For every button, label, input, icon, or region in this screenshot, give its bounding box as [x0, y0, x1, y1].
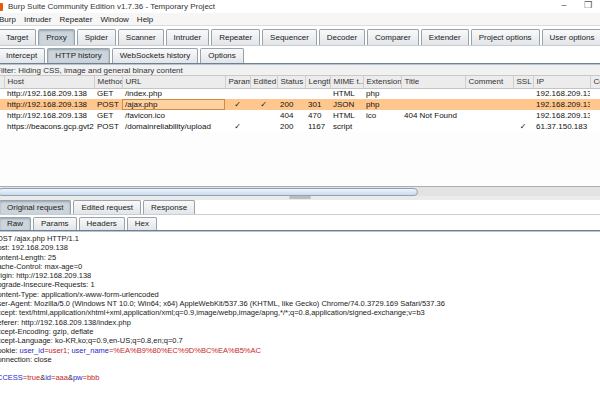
tab-hex[interactable]: Hex: [127, 217, 157, 230]
mime-cell: JSON: [330, 99, 363, 110]
request-line: POST /ajax.php HTTP/1.1: [0, 234, 600, 243]
ssl-check-cell: [513, 110, 533, 121]
tab-repeater[interactable]: Repeater: [211, 29, 260, 45]
param-value: =aaa: [51, 373, 68, 382]
tab-project-options[interactable]: Project options: [471, 29, 540, 45]
tab-extender[interactable]: Extender: [421, 29, 469, 45]
table-row[interactable]: https://beacons.gcp.gvt2.c...POST/domain…: [0, 121, 600, 132]
params-check-cell: ✓: [225, 99, 250, 110]
table-row[interactable]: http://192.168.209.138POST/ajax.php✓✓200…: [0, 99, 600, 110]
text-segment: Content-Type: application/x-www-form-url…: [0, 290, 159, 299]
http-history-table: ▲HostMethodURLParamsEditedStatusLengthMI…: [0, 76, 600, 132]
comment-cell: [465, 88, 513, 99]
request-line: Origin: http://192.168.209.138: [0, 271, 600, 280]
status-cell: 404: [277, 110, 305, 121]
tab-intercept[interactable]: Intercept: [0, 48, 45, 63]
column-header-extension[interactable]: Extension: [363, 76, 401, 88]
status-cell: 200: [277, 99, 305, 110]
pane-splitter[interactable]: [0, 196, 600, 200]
extension-cell: ico: [363, 110, 401, 121]
menu-item-burp[interactable]: Burp: [0, 15, 20, 24]
column-header-mimet[interactable]: MIME t...: [330, 76, 363, 88]
text-segment: Connection: close: [0, 355, 52, 364]
length-cell: [305, 88, 330, 99]
filter-bar[interactable]: Filter: Hiding CSS, image and general bi…: [0, 65, 600, 76]
raw-request-editor[interactable]: POST /ajax.php HTTP/1.1Host: 192.168.209…: [0, 232, 600, 383]
ssl-check-cell: ✓: [513, 121, 533, 132]
tab-http-history[interactable]: HTTP history: [47, 48, 110, 63]
column-header-comment[interactable]: Comment: [465, 76, 513, 88]
mime-cell: HTML: [330, 88, 363, 99]
params-check-cell: [225, 88, 250, 99]
param-value: =user1: [44, 346, 67, 355]
ip-cell: 192.168.209.138: [533, 88, 590, 99]
request-line: Accept-Language: ko-KR,ko;q=0.9,en-US;q=…: [0, 336, 600, 345]
column-header-length[interactable]: Length: [305, 76, 330, 88]
tab-headers[interactable]: Headers: [79, 217, 125, 230]
tab-user-options[interactable]: User options: [542, 29, 600, 45]
menu-item-window[interactable]: Window: [96, 15, 132, 24]
tab-decoder[interactable]: Decoder: [319, 29, 365, 45]
column-header-status[interactable]: Status: [277, 76, 305, 88]
tab-target[interactable]: Target: [0, 29, 36, 45]
tab-options[interactable]: Options: [200, 48, 244, 63]
request-line: Host: 192.168.209.138: [0, 243, 600, 252]
minimize-button[interactable]: –: [556, 0, 572, 12]
column-header-cookies[interactable]: Cookies: [590, 76, 600, 88]
column-header-ssl[interactable]: SSL: [513, 76, 533, 88]
ip-cell: 61.37.150.183: [533, 121, 590, 132]
host-cell: http://192.168.209.138: [4, 88, 94, 99]
maximize-button[interactable]: ❒: [580, 0, 596, 12]
text-segment: Accept: text/html,application/xhtml+xml,…: [0, 308, 425, 317]
tab-response[interactable]: Response: [143, 200, 195, 214]
column-header-params[interactable]: Params: [225, 76, 250, 88]
tab-sequencer[interactable]: Sequencer: [262, 29, 317, 45]
text-segment: Origin: http://192.168.209.138: [0, 271, 91, 280]
menu-item-help[interactable]: Help: [133, 15, 157, 24]
column-header-url[interactable]: URL: [122, 76, 225, 88]
column-header-host[interactable]: Host: [4, 76, 94, 88]
tab-spider[interactable]: Spider: [77, 29, 116, 45]
column-header-title[interactable]: Title: [401, 76, 465, 88]
cookies-cell: [590, 88, 600, 99]
tab-edited-request[interactable]: Edited request: [73, 200, 141, 214]
main-tab-bar: TargetProxySpiderScannerIntruderRepeater…: [0, 26, 600, 46]
tab-intruder[interactable]: Intruder: [166, 29, 210, 45]
tab-original-request[interactable]: Original request: [0, 200, 71, 214]
tab-comparer[interactable]: Comparer: [367, 29, 419, 45]
param-name: user_id: [20, 346, 45, 355]
tab-websockets-history[interactable]: WebSockets history: [112, 48, 199, 63]
url-cell: /favicon.ico: [122, 110, 225, 121]
table-empty-area: [0, 132, 600, 186]
scrollbar-thumb[interactable]: [0, 188, 418, 196]
tab-scanner[interactable]: Scanner: [118, 29, 164, 45]
method-cell: GET: [94, 110, 122, 121]
table-row[interactable]: http://192.168.209.138GET/index.phpHTMLp…: [0, 88, 600, 99]
cookies-cell: [590, 121, 600, 132]
menu-item-repeater[interactable]: Repeater: [55, 15, 96, 24]
cookies-cell: [590, 110, 600, 121]
mime-cell: script: [330, 121, 363, 132]
column-header-method[interactable]: Method: [94, 76, 122, 88]
horizontal-scrollbar[interactable]: [0, 186, 600, 196]
param-name: user_name: [71, 346, 109, 355]
title-cell: [401, 99, 465, 110]
table-row[interactable]: http://192.168.209.138GET/favicon.ico404…: [0, 110, 600, 121]
ssl-check-cell: [513, 88, 533, 99]
edited-check-cell: [250, 110, 277, 121]
text-segment: Accept-Language: ko-KR,ko;q=0.9,en-US;q=…: [0, 336, 183, 345]
tab-params[interactable]: Params: [33, 217, 77, 230]
menu-item-intruder[interactable]: Intruder: [20, 15, 56, 24]
column-header-ip[interactable]: IP: [533, 76, 590, 88]
tab-raw[interactable]: Raw: [0, 217, 31, 230]
params-check-cell: ✓: [225, 121, 250, 132]
ssl-check-cell: [513, 99, 533, 110]
text-segment: Host: 192.168.209.138: [0, 243, 68, 252]
request-line: Accept-Encoding: gzip, deflate: [0, 327, 600, 336]
method-cell: POST: [94, 99, 122, 110]
splitter-grip-icon[interactable]: [289, 196, 311, 199]
status-cell: 200: [277, 121, 305, 132]
column-header-edited[interactable]: Edited: [250, 76, 277, 88]
host-cell: http://192.168.209.138: [4, 110, 94, 121]
tab-proxy[interactable]: Proxy: [38, 29, 74, 45]
